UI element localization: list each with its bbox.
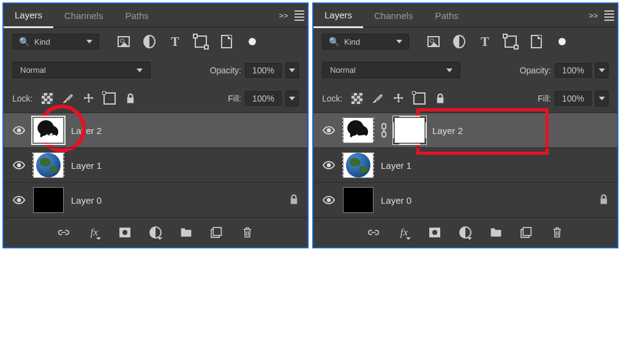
blend-mode-select[interactable]: Normal [12,62,151,78]
filter-toggle-dot[interactable] [556,35,568,48]
layer-thumbnail[interactable] [33,187,64,213]
layer-effects-icon[interactable]: fx [397,226,411,239]
filter-smart-icon[interactable] [220,35,233,48]
collapse-button[interactable]: >> [585,11,601,20]
mask-link-icon[interactable] [381,123,387,138]
visibility-toggle[interactable] [12,196,26,204]
opacity-dropdown[interactable] [595,62,609,78]
filter-shape-icon[interactable] [195,35,207,48]
filter-kind-label: Kind [344,37,360,46]
tab-paths[interactable]: Paths [424,4,469,27]
blend-mode-select[interactable]: Normal [322,62,460,78]
layer-thumbnail[interactable] [33,117,64,143]
svg-point-5 [18,199,21,202]
tab-channels[interactable]: Channels [363,4,424,27]
lock-pixels-icon[interactable] [62,92,74,105]
layer-name[interactable]: Layer 0 [381,195,411,206]
new-layer-icon[interactable] [520,226,533,239]
new-group-icon[interactable] [489,226,503,239]
visibility-toggle[interactable] [12,126,26,135]
layer-name[interactable]: Layer 2 [432,125,463,136]
visibility-toggle[interactable] [12,161,26,169]
opacity-dropdown[interactable] [285,62,299,78]
layer-row[interactable]: Layer 0 [314,182,617,217]
lock-transparency-icon[interactable] [351,92,363,105]
lock-artboard-icon[interactable] [413,92,426,105]
filter-smart-icon[interactable] [530,35,543,48]
layer-name[interactable]: Layer 1 [381,160,411,171]
layer-thumbnail[interactable] [343,117,374,143]
layer-row[interactable]: Layer 1 [314,147,617,182]
lock-transparency-icon[interactable] [41,92,53,105]
adjustment-layer-icon[interactable] [149,226,162,239]
delete-layer-icon[interactable] [241,226,254,239]
svg-rect-12 [523,228,531,236]
fill-value[interactable]: 100% [245,91,282,106]
filter-type-select[interactable]: 🔍 Kind [12,34,99,50]
lock-all-icon[interactable] [434,92,446,105]
link-layers-icon[interactable] [367,226,380,239]
link-layers-icon[interactable] [57,226,70,239]
filter-shape-icon[interactable] [505,35,517,48]
lock-icon [289,194,299,207]
filter-type-icon[interactable]: T [479,35,491,48]
layer-name[interactable]: Layer 1 [71,160,102,171]
lock-position-icon[interactable] [83,92,95,105]
filter-adjustment-icon[interactable] [453,35,465,48]
layer-row[interactable]: Layer 2 [4,113,307,147]
opacity-value[interactable]: 100% [555,63,591,78]
new-layer-icon[interactable] [210,226,223,239]
visibility-toggle[interactable] [322,161,336,169]
svg-point-3 [56,131,57,132]
opacity-label: Opacity: [210,65,241,75]
lock-position-icon[interactable] [392,92,405,105]
chevron-down-icon [137,69,143,72]
layer-thumbnail[interactable] [343,187,374,213]
visibility-toggle[interactable] [322,126,336,135]
panel-menu-icon[interactable] [291,10,307,21]
fill-dropdown[interactable] [285,91,299,106]
panel-tabs: Layers Channels Paths >> [4,4,307,28]
layer-name[interactable]: Layer 2 [71,125,102,136]
filter-pixel-icon[interactable] [427,35,440,48]
filter-toggle-dot[interactable] [246,35,258,48]
layer-name[interactable]: Layer 0 [71,195,102,206]
blend-mode-value: Normal [20,65,46,75]
layer-mask-thumbnail[interactable] [394,117,425,143]
layer-effects-icon[interactable]: fx [88,226,101,239]
tab-channels[interactable]: Channels [53,4,114,27]
tab-layers[interactable]: Layers [314,3,363,28]
filter-type-icon[interactable]: T [169,35,181,48]
tab-paths[interactable]: Paths [114,4,159,27]
svg-point-4 [18,164,21,167]
layer-list: Layer 2 Layer 1 Layer 0 [314,113,617,217]
visibility-toggle[interactable] [322,196,336,204]
layer-row[interactable]: Layer 1 [4,147,307,182]
tab-layers[interactable]: Layers [4,3,53,28]
layer-thumbnail[interactable] [343,152,374,178]
layer-row[interactable]: Layer 2 [314,113,617,147]
filter-pixel-icon[interactable] [118,35,130,48]
layers-panel-right: Layers Channels Paths >> 🔍 Kind T [312,2,618,248]
new-group-icon[interactable] [179,226,193,239]
layer-row[interactable]: Layer 0 [4,182,307,217]
adjustment-layer-icon[interactable] [459,226,472,239]
add-mask-icon[interactable] [118,226,132,239]
layer-thumbnail[interactable] [33,152,64,178]
filter-adjustment-icon[interactable] [143,35,156,48]
lock-all-icon[interactable] [124,92,137,105]
opacity-label: Opacity: [520,65,551,75]
fill-dropdown[interactable] [595,91,609,106]
filter-type-select[interactable]: 🔍 Kind [322,34,409,50]
fill-value[interactable]: 100% [555,91,591,106]
add-mask-icon[interactable] [428,226,441,239]
collapse-button[interactable]: >> [276,11,291,20]
panel-menu-icon[interactable] [601,10,617,21]
opacity-value[interactable]: 100% [245,63,282,78]
svg-point-7 [328,129,331,132]
delete-layer-icon[interactable] [550,226,564,239]
layer-actions-bar: fx [4,217,307,247]
lock-pixels-icon[interactable] [372,92,384,105]
svg-point-1 [55,127,56,128]
lock-artboard-icon[interactable] [103,92,116,105]
